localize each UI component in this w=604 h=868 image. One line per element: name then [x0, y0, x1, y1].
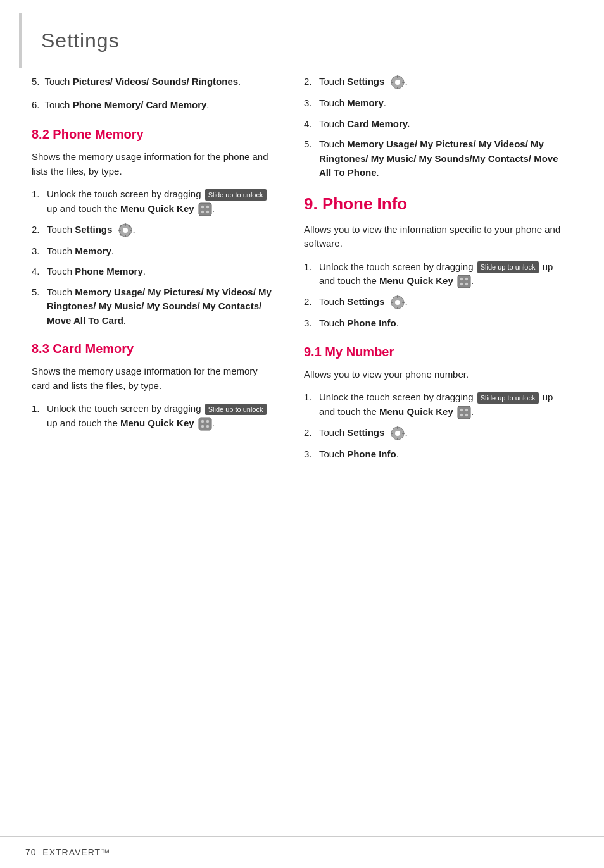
step-item: 3. Touch Memory.	[32, 244, 279, 259]
section-phone-info: 9. Phone Info Allows you to view the inf…	[304, 192, 563, 331]
menu-quick-key-label: Menu Quick Key	[120, 203, 194, 214]
section-desc-card-memory: Shows the memory usage information for t…	[32, 364, 279, 393]
section-phone-memory: 8.2 Phone Memory Shows the memory usage …	[32, 125, 279, 328]
top-steps-right: 2. Touch Settings .	[304, 75, 563, 180]
section-desc-my-number: Allows you to view your phone number.	[304, 368, 563, 382]
step-num: 1.	[304, 390, 319, 405]
step-item: 4. Touch Phone Memory.	[32, 264, 279, 279]
svg-rect-25	[402, 82, 405, 83]
step-num: 3.	[32, 244, 47, 259]
step-content: Touch Memory.	[319, 96, 563, 111]
top-intro-list: 5. Touch Pictures/ Videos/ Sounds/ Ringt…	[32, 75, 279, 112]
svg-rect-26	[458, 275, 470, 288]
svg-point-28	[465, 278, 468, 280]
step-content: Touch Memory.	[47, 244, 279, 259]
step-num: 2.	[304, 75, 319, 89]
settings-label: Settings	[347, 296, 384, 307]
right-column: 2. Touch Settings .	[291, 75, 582, 830]
step-item: 3. Touch Phone Info.	[304, 447, 563, 462]
section-card-memory: 8.3 Card Memory Shows the memory usage i…	[32, 339, 279, 431]
step-content: Unlock the touch screen by dragging Slid…	[319, 390, 563, 419]
step-item: 2. Touch Settings	[32, 223, 279, 238]
svg-point-40	[460, 413, 463, 416]
step-content: Touch Memory Usage/ My Pictures/ My Vide…	[47, 285, 279, 328]
svg-rect-45	[397, 438, 398, 440]
svg-point-41	[465, 413, 468, 416]
menu-quick-key-icon	[457, 406, 471, 419]
svg-point-29	[460, 283, 463, 285]
svg-point-43	[395, 431, 400, 436]
menu-quick-key-icon	[198, 202, 212, 216]
section-heading-8-2: 8.2 Phone Memory	[32, 125, 279, 144]
step-item: 1. Unlock the touch screen by dragging S…	[304, 390, 563, 419]
settings-gear-icon	[390, 426, 405, 441]
svg-rect-37	[458, 406, 470, 419]
menu-quick-key-icon	[198, 417, 212, 431]
settings-label: Settings	[75, 224, 112, 235]
steps-list-my-number: 1. Unlock the touch screen by dragging S…	[304, 390, 563, 461]
list-item: 6. Touch Phone Memory/ Card Memory.	[32, 98, 279, 113]
settings-gear-icon	[118, 223, 133, 238]
menu-quick-key-label: Menu Quick Key	[379, 275, 453, 286]
step-num: 3.	[304, 447, 319, 462]
step-num: 1.	[32, 402, 47, 416]
svg-point-4	[206, 210, 209, 213]
page-title: Settings	[41, 29, 120, 52]
item-num: 5.	[32, 76, 40, 87]
left-column: 5. Touch Pictures/ Videos/ Sounds/ Ringt…	[0, 75, 291, 830]
slide-badge: Slide up to unlock	[477, 261, 539, 273]
step-num: 5.	[32, 285, 47, 300]
phone-info-label-2: Phone Info	[347, 449, 396, 459]
step-num: 2.	[304, 426, 319, 440]
step-item: 4. Touch Card Memory.	[304, 117, 563, 132]
svg-rect-47	[402, 433, 405, 434]
page-header: Settings	[19, 13, 604, 68]
svg-rect-33	[397, 295, 398, 298]
page: Settings 5. Touch Pictures/ Videos/ Soun…	[0, 0, 604, 868]
item-num: 6.	[32, 99, 40, 110]
svg-point-21	[395, 80, 400, 85]
step-num: 2.	[304, 295, 319, 309]
menu-quick-key-label: Menu Quick Key	[379, 406, 453, 417]
step-content: Unlock the touch screen by dragging Slid…	[319, 260, 563, 289]
steps-list-phone-memory: 1. Unlock the touch screen by dragging S…	[32, 187, 279, 328]
menu-quick-key-label: Menu Quick Key	[120, 418, 194, 428]
svg-point-1	[201, 205, 204, 208]
step-content: Touch Phone Info.	[319, 316, 563, 331]
svg-rect-23	[397, 87, 398, 89]
settings-gear-icon	[390, 75, 405, 90]
step-num: 5.	[304, 137, 319, 152]
step-content: Touch Settings .	[319, 75, 563, 90]
step-content: Unlock the touch screen by dragging Slid…	[47, 402, 279, 431]
slide-badge: Slide up to unlock	[205, 404, 267, 416]
settings-label: Settings	[347, 427, 384, 438]
svg-point-6	[123, 228, 128, 233]
section-heading-9-1: 9.1 My Number	[304, 342, 563, 361]
svg-rect-8	[125, 235, 126, 237]
step-item: 1. Unlock the touch screen by dragging S…	[32, 187, 279, 216]
svg-point-32	[395, 300, 400, 305]
step-content: Touch Phone Memory.	[47, 264, 279, 279]
steps-list-card-memory: 1. Unlock the touch screen by dragging S…	[32, 402, 279, 431]
svg-point-3	[201, 210, 204, 213]
footer-page-num: 70	[25, 846, 37, 859]
svg-rect-0	[199, 203, 211, 216]
section-my-number: 9.1 My Number Allows you to view your ph…	[304, 342, 563, 462]
slide-badge: Slide up to unlock	[477, 392, 539, 404]
content-area: 5. Touch Pictures/ Videos/ Sounds/ Ringt…	[0, 68, 604, 836]
step-num: 3.	[304, 316, 319, 331]
svg-rect-34	[397, 307, 398, 309]
step-num: 1.	[304, 260, 319, 275]
svg-rect-35	[391, 302, 393, 303]
svg-point-38	[460, 408, 463, 411]
step-num: 4.	[32, 264, 47, 279]
item-bold: Pictures/ Videos/ Sounds/ Ringtones	[73, 76, 238, 87]
svg-point-16	[201, 419, 204, 422]
section-desc-phone-info: Allows you to view the information speci…	[304, 223, 563, 251]
svg-point-18	[201, 425, 204, 427]
step-item: 3. Touch Memory.	[304, 96, 563, 111]
step-item: 2. Touch Settings	[304, 426, 563, 441]
list-item: 5. Touch Pictures/ Videos/ Sounds/ Ringt…	[32, 75, 279, 89]
svg-rect-9	[118, 230, 121, 231]
step-content: Unlock the touch screen by dragging Slid…	[47, 187, 279, 216]
